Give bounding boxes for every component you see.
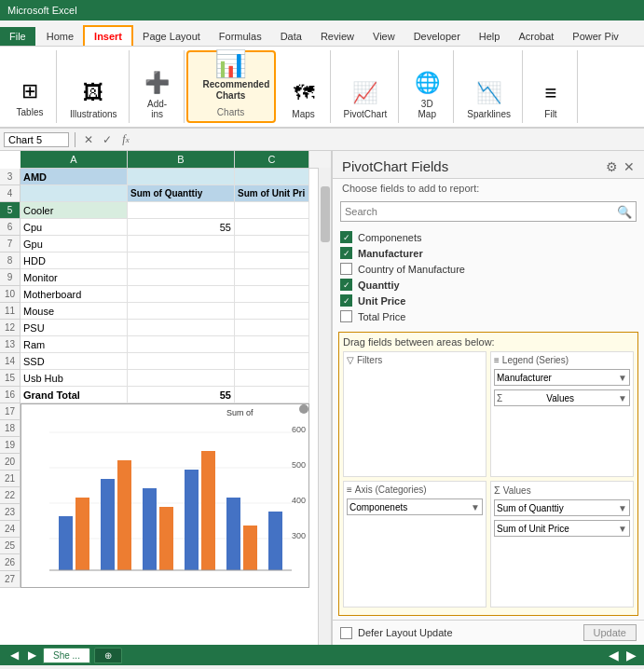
- cell-7c[interactable]: [235, 236, 309, 253]
- sheet-tab-she[interactable]: She ...: [43, 648, 90, 663]
- cell-12a[interactable]: PSU: [21, 320, 128, 336]
- search-input[interactable]: [345, 206, 617, 217]
- cell-7b[interactable]: [128, 236, 235, 253]
- cancel-formula-icon[interactable]: ✕: [81, 132, 96, 147]
- cell-13c[interactable]: [235, 336, 309, 353]
- tab-review[interactable]: Review: [311, 27, 363, 46]
- cell-9a[interactable]: Monitor: [21, 269, 128, 286]
- tab-developer[interactable]: Developer: [404, 27, 470, 46]
- prev-sheet-icon[interactable]: ◀: [7, 649, 21, 662]
- tab-powerpiv[interactable]: Power Piv: [563, 27, 628, 46]
- defer-checkbox[interactable]: [340, 627, 352, 639]
- chart-drag-handle[interactable]: [299, 404, 308, 414]
- values-select-legend[interactable]: Σ Values ▼: [494, 389, 630, 406]
- col-header-c[interactable]: C: [235, 151, 309, 168]
- field-checkbox-country[interactable]: [340, 263, 352, 275]
- cell-16c[interactable]: [235, 387, 309, 403]
- cell-14c[interactable]: [235, 353, 309, 370]
- cell-8b[interactable]: [128, 253, 235, 269]
- cell-11a[interactable]: Mouse: [21, 303, 128, 320]
- cell-16a[interactable]: Grand Total: [21, 387, 128, 403]
- cell-15c[interactable]: [235, 370, 309, 387]
- col-header-b[interactable]: B: [128, 151, 235, 168]
- 3dmap-button[interactable]: 🌐 3DMap: [406, 66, 447, 121]
- cell-10b[interactable]: [128, 286, 235, 303]
- illustrations-button[interactable]: 🖼 Illustrations: [64, 76, 123, 121]
- cell-9c[interactable]: [235, 269, 309, 286]
- vertical-scrollbar[interactable]: [318, 168, 331, 645]
- sparklines-button[interactable]: 📉 Sparklines: [461, 76, 516, 121]
- cell-4c[interactable]: Sum of Unit Pri: [235, 185, 309, 202]
- cell-5b[interactable]: [128, 202, 235, 219]
- formula-input[interactable]: [137, 134, 640, 145]
- tab-acrobat[interactable]: Acrobat: [509, 27, 563, 46]
- field-checkbox-quanttiy[interactable]: ✓: [340, 279, 352, 291]
- tab-formulas[interactable]: Formulas: [210, 27, 271, 46]
- field-checkbox-componenets[interactable]: ✓: [340, 231, 352, 243]
- tab-data[interactable]: Data: [271, 27, 311, 46]
- sparklines-label: Sparklines: [467, 109, 511, 119]
- tab-insert[interactable]: Insert: [83, 25, 133, 46]
- cell-3a[interactable]: AMD: [21, 169, 128, 185]
- insert-function-icon[interactable]: fx: [118, 132, 133, 147]
- tab-pagelayout[interactable]: Page Layout: [133, 27, 210, 46]
- scroll-left-icon[interactable]: ◀: [609, 648, 619, 662]
- cell-10a[interactable]: Motherboard: [21, 286, 128, 303]
- tab-file[interactable]: File: [0, 27, 35, 46]
- sum-quanttiy-select[interactable]: Sum of Quanttiy ▼: [494, 499, 630, 516]
- cell-13a[interactable]: Ram: [21, 336, 128, 353]
- cell-5c[interactable]: [235, 202, 309, 219]
- cell-9b[interactable]: [128, 269, 235, 286]
- cell-14a[interactable]: SSD: [21, 353, 128, 370]
- componenets-axis-select[interactable]: Componenets ▼: [347, 498, 483, 515]
- cell-10c[interactable]: [235, 286, 309, 303]
- cell-11c[interactable]: [235, 303, 309, 320]
- cell-11b[interactable]: [128, 303, 235, 320]
- cell-7a[interactable]: Gpu: [21, 236, 128, 253]
- pivotchart-button[interactable]: 📈 PivotChart: [338, 76, 393, 121]
- tab-view[interactable]: View: [363, 27, 404, 46]
- cell-13b[interactable]: [128, 336, 235, 353]
- cell-15b[interactable]: [128, 370, 235, 387]
- close-icon[interactable]: ✕: [623, 159, 635, 174]
- sum-unitprice-label: Sum of Unit Price: [497, 524, 569, 534]
- field-checkbox-totalprice[interactable]: [340, 310, 352, 322]
- tables-button[interactable]: ⊞ Tables: [9, 75, 50, 119]
- cell-15a[interactable]: Usb Hub: [21, 370, 128, 387]
- tab-help[interactable]: Help: [470, 27, 510, 46]
- tab-home[interactable]: Home: [37, 27, 83, 46]
- settings-icon[interactable]: ⚙: [606, 159, 618, 174]
- sum-unitprice-select[interactable]: Sum of Unit Price ▼: [494, 520, 630, 537]
- cell-3b[interactable]: [128, 169, 235, 185]
- next-sheet-icon[interactable]: ▶: [25, 649, 39, 662]
- cell-12c[interactable]: [235, 320, 309, 336]
- cell-6b[interactable]: 55: [128, 219, 235, 236]
- cell-12b[interactable]: [128, 320, 235, 336]
- cell-16b[interactable]: 55: [128, 387, 235, 403]
- formula-bar: ✕ ✓ fx: [0, 129, 644, 151]
- manufacturer-select[interactable]: Manufacturer ▼: [494, 369, 630, 386]
- cell-14b[interactable]: [128, 353, 235, 370]
- cell-3c[interactable]: [235, 169, 309, 185]
- cell-4b[interactable]: Sum of Quanttiy: [128, 185, 235, 202]
- scroll-right-icon[interactable]: ▶: [626, 648, 637, 662]
- col-header-a[interactable]: A: [21, 151, 128, 168]
- cell-6c[interactable]: [235, 219, 309, 236]
- cell-4a[interactable]: [21, 185, 128, 202]
- cell-5a[interactable]: Cooler: [21, 202, 128, 219]
- field-checkbox-manufacturer[interactable]: ✓: [340, 247, 352, 259]
- cell-reference-input[interactable]: [4, 132, 69, 147]
- cell-8c[interactable]: [235, 253, 309, 269]
- field-checkbox-unitprice[interactable]: ✓: [340, 294, 352, 307]
- maps-button[interactable]: 🗺 Maps: [283, 76, 324, 121]
- update-button[interactable]: Update: [583, 624, 637, 641]
- add-sheet-button[interactable]: ⊕: [94, 648, 122, 663]
- addins-button[interactable]: ➕ Add-ins: [137, 66, 178, 121]
- column-headers: A B C: [21, 151, 331, 169]
- filter-button[interactable]: ≡ Filt: [530, 76, 571, 121]
- confirm-formula-icon[interactable]: ✓: [100, 132, 115, 147]
- cell-8a[interactable]: HDD: [21, 253, 128, 269]
- cell-6a[interactable]: Cpu: [21, 219, 128, 236]
- scrollbar-thumb[interactable]: [321, 186, 330, 242]
- recommended-charts-button[interactable]: 📊 RecommendedCharts: [196, 45, 267, 105]
